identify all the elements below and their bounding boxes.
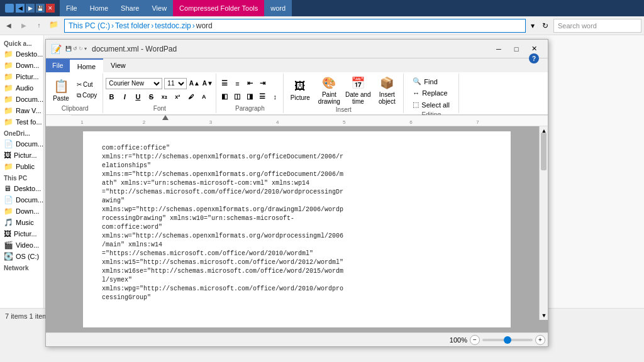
- font-size-select[interactable]: 11: [164, 78, 187, 89]
- tab-share[interactable]: Share: [114, 0, 145, 16]
- sidebar-item-od-public[interactable]: 📁Public: [0, 161, 43, 172]
- find-button[interactable]: 🔍 Find: [410, 76, 452, 87]
- ruler-svg: 1 2 3 4 5 6 7: [71, 115, 548, 126]
- sidebar-item-documents[interactable]: 📁Docum...: [0, 94, 43, 105]
- paragraph-label: Paragraph: [219, 105, 280, 112]
- sidebar-item-pc-desktop[interactable]: 🖥Deskto...: [0, 183, 43, 194]
- qa-redo-icon[interactable]: ↻: [79, 46, 83, 52]
- vertical-scrollbar[interactable]: ▲ ▼: [539, 126, 548, 320]
- sidebar-item-pc-music[interactable]: 🎵Music: [0, 217, 43, 228]
- paragraph-group: ☰ ≡ ⇤ ⇥ ◧ ◫ ◨ ☰ ↕ Paragraph: [216, 74, 284, 113]
- insert-object-button[interactable]: 📦 Insert object: [373, 75, 401, 106]
- up-button[interactable]: ↑: [33, 19, 45, 32]
- replace-icon: ↔: [413, 89, 419, 97]
- sidebar-item-raw[interactable]: 📁Raw V...: [0, 105, 43, 116]
- tab-view[interactable]: View: [145, 0, 173, 16]
- path-word[interactable]: word: [196, 21, 213, 30]
- search-box[interactable]: Search word: [553, 19, 641, 33]
- line-spacing-btn[interactable]: ↕: [269, 91, 280, 102]
- sidebar-item-od-pictures[interactable]: 🖼Pictur...: [0, 150, 43, 161]
- svg-marker-8: [162, 115, 169, 120]
- paint-drawing-button[interactable]: 🎨 Paint drawing: [315, 75, 343, 106]
- onedrive-label: OneDri...: [0, 128, 43, 138]
- tab-file[interactable]: File: [46, 58, 70, 72]
- increase-font-btn[interactable]: A▲: [189, 78, 200, 89]
- address-dropdown-btn[interactable]: ▾: [528, 19, 537, 33]
- toolbar-save-btn[interactable]: 💾: [36, 4, 45, 13]
- tab-home[interactable]: Home: [84, 0, 114, 16]
- minimize-button[interactable]: ─: [490, 42, 508, 56]
- zoom-slider[interactable]: [482, 339, 533, 341]
- zoom-in-btn[interactable]: +: [535, 335, 545, 345]
- tab-compressed-folder-tools[interactable]: Compressed Folder Tools: [173, 0, 264, 16]
- sidebar-item-desktop[interactable]: 📁Deskto...: [0, 48, 43, 60]
- superscript-button[interactable]: x²: [172, 91, 183, 102]
- increase-indent-btn[interactable]: ⇥: [257, 78, 268, 89]
- sidebar-item-pc-videos[interactable]: 🎬Video...: [0, 239, 43, 251]
- scroll-down-btn[interactable]: ▼: [540, 311, 548, 320]
- path-testfolder[interactable]: Test folder: [115, 21, 150, 30]
- select-all-button[interactable]: ⬚ Select all: [410, 99, 452, 110]
- decrease-font-btn[interactable]: A▼: [202, 78, 213, 89]
- toolbar-x-btn[interactable]: ✕: [46, 4, 55, 13]
- select-all-icon: ⬚: [413, 101, 419, 109]
- strikethrough-button[interactable]: S: [145, 91, 157, 102]
- tab-view[interactable]: View: [103, 58, 133, 72]
- sidebar-item-pc-pictures[interactable]: 🖼Pictur...: [0, 228, 43, 239]
- decrease-indent-btn[interactable]: ⇤: [244, 78, 255, 89]
- cut-button[interactable]: ✂ Cut: [74, 80, 100, 89]
- sidebar-item-audio[interactable]: 📁Audio: [0, 82, 43, 94]
- sidebar-item-od-documents[interactable]: 📄Docum...: [0, 138, 43, 150]
- align-left-btn[interactable]: ◧: [219, 91, 230, 102]
- paste-button[interactable]: 📋 Paste: [50, 75, 72, 105]
- forward-button[interactable]: ▶: [18, 19, 30, 32]
- numbering-button[interactable]: ≡: [231, 78, 243, 89]
- align-right-btn[interactable]: ◨: [244, 91, 255, 102]
- zoom-out-btn[interactable]: −: [470, 335, 480, 345]
- tab-file[interactable]: File: [60, 0, 84, 16]
- zoom-thumb[interactable]: [504, 336, 511, 344]
- editing-group: 🔍 Find ↔ Replace ⬚ Select all Editing: [404, 74, 459, 113]
- tab-home[interactable]: Home: [70, 58, 103, 72]
- justify-btn[interactable]: ☰: [257, 91, 268, 102]
- document-area[interactable]: com:office:office" xmlns:r="http://schem…: [46, 126, 548, 332]
- italic-button[interactable]: I: [119, 91, 130, 102]
- path-testdoczip[interactable]: testdoc.zip: [155, 21, 191, 30]
- bullets-button[interactable]: ☰: [219, 78, 230, 89]
- address-bar[interactable]: This PC (C:) › Test folder › testdoc.zip…: [64, 19, 526, 33]
- scroll-thumb[interactable]: [541, 133, 547, 170]
- sidebar-item-downloads[interactable]: 📁Down...: [0, 60, 43, 71]
- sidebar-item-testfolder[interactable]: 📁Test fo...: [0, 116, 43, 128]
- picture-button[interactable]: 🖼 Picture: [286, 75, 314, 106]
- sidebar-item-pc-osdrive[interactable]: 💽OS (C:): [0, 251, 43, 262]
- toolbar-back-btn[interactable]: ◀: [16, 4, 25, 13]
- qa-dropdown-icon[interactable]: ▾: [84, 46, 87, 52]
- wordpad-titlebar: 📝 💾 ↺ ↻ ▾ document.xml - WordPad ─ □ ✕: [46, 40, 548, 58]
- font-name-select[interactable]: Courier New: [106, 78, 162, 89]
- sidebar-item-pc-documents[interactable]: 📄Docum...: [0, 194, 43, 206]
- document-scroll-area[interactable]: com:office:office" xmlns:r="http://schem…: [46, 126, 548, 332]
- replace-button[interactable]: ↔ Replace: [410, 88, 452, 98]
- svg-text:7: 7: [476, 119, 479, 125]
- back-button[interactable]: ◀: [3, 19, 15, 32]
- highlight-button[interactable]: 🖌: [185, 91, 196, 102]
- sidebar-item-pictures[interactable]: 📁Pictur...: [0, 71, 43, 82]
- help-button[interactable]: ?: [529, 53, 539, 63]
- sidebar-item-pc-downloads[interactable]: 📁Down...: [0, 206, 43, 217]
- path-thispc[interactable]: This PC (C:): [69, 21, 110, 30]
- font-color-button[interactable]: A: [198, 91, 209, 102]
- date-time-button[interactable]: 📅 Date and time: [344, 75, 372, 106]
- maximize-button[interactable]: □: [508, 42, 525, 56]
- underline-button[interactable]: U: [132, 91, 143, 102]
- clipboard-label: Clipboard: [50, 105, 100, 112]
- document-page: com:office:office" xmlns:r="http://schem…: [83, 131, 511, 327]
- subscript-button[interactable]: x₂: [158, 91, 170, 102]
- copy-button[interactable]: ⧉ Copy: [74, 90, 100, 101]
- toolbar-fwd-btn[interactable]: ▶: [26, 4, 35, 13]
- refresh-button[interactable]: ↻: [540, 19, 551, 33]
- bold-button[interactable]: B: [106, 91, 117, 102]
- tab-word[interactable]: word: [264, 0, 292, 16]
- qa-undo-icon[interactable]: ↺: [73, 46, 77, 52]
- qa-save-icon[interactable]: 💾: [65, 46, 72, 52]
- align-center-btn[interactable]: ◫: [231, 91, 243, 102]
